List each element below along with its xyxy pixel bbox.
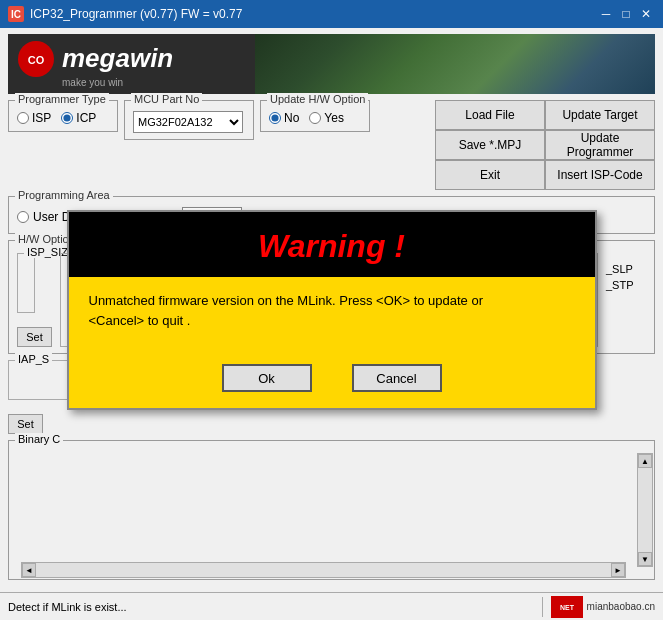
title-bar-controls: ─ □ ✕ xyxy=(597,5,655,23)
title-bar-text: ICP32_Programmer (v0.77) FW = v0.77 xyxy=(30,7,242,21)
main-content: CO megawin make you win Programmer Type … xyxy=(0,28,663,592)
cancel-button[interactable]: Cancel xyxy=(352,364,442,392)
minimize-button[interactable]: ─ xyxy=(597,5,615,23)
status-right: NET mianbaobao.cn xyxy=(551,596,655,618)
status-corner-text: mianbaobao.cn xyxy=(587,601,655,612)
status-bar: Detect if MLink is exist... NET mianbaob… xyxy=(0,592,663,620)
status-text: Detect if MLink is exist... xyxy=(8,601,534,613)
warning-title: Warning ! xyxy=(258,228,405,264)
svg-text:NET: NET xyxy=(560,604,575,611)
network-icon: NET xyxy=(551,596,583,618)
title-bar-left: IC ICP32_Programmer (v0.77) FW = v0.77 xyxy=(8,6,242,22)
close-button[interactable]: ✕ xyxy=(637,5,655,23)
warning-dialog: Warning ! Unmatched firmware version on … xyxy=(67,210,597,410)
warning-header: Warning ! xyxy=(69,212,595,277)
status-divider xyxy=(542,597,543,617)
title-bar: IC ICP32_Programmer (v0.77) FW = v0.77 ─… xyxy=(0,0,663,28)
app-icon: IC xyxy=(8,6,24,22)
maximize-button[interactable]: □ xyxy=(617,5,635,23)
warning-message: Unmatched firmware version on the MLink.… xyxy=(89,291,575,330)
warning-buttons: Ok Cancel xyxy=(69,354,595,408)
ok-button[interactable]: Ok xyxy=(222,364,312,392)
dialog-overlay: Warning ! Unmatched firmware version on … xyxy=(0,28,663,592)
warning-body: Unmatched firmware version on the MLink.… xyxy=(69,277,595,354)
